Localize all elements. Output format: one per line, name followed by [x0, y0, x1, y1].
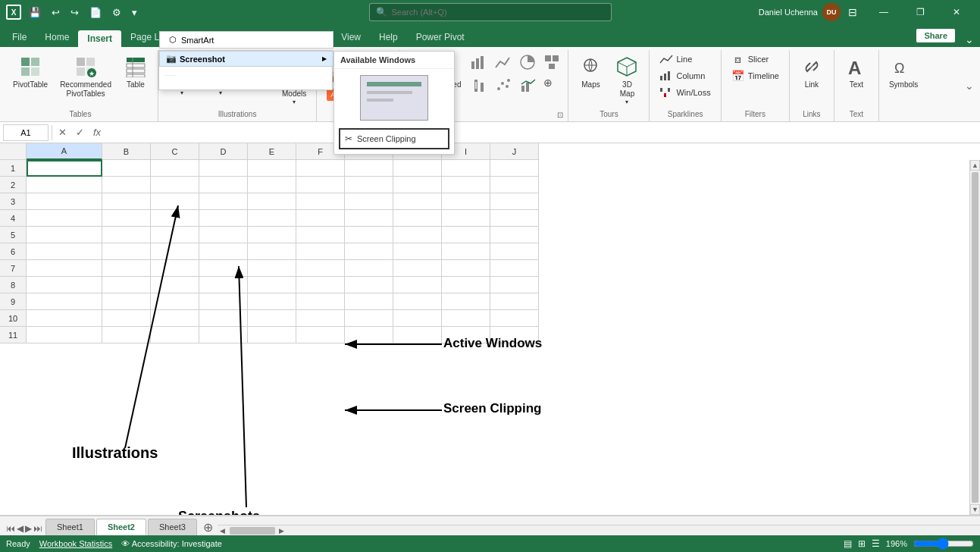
- cell-i6[interactable]: [442, 243, 490, 260]
- row-header-2[interactable]: 2: [0, 177, 27, 193]
- cell-b5[interactable]: [102, 227, 151, 243]
- undo-button[interactable]: ↩: [49, 5, 63, 20]
- formula-input[interactable]: [107, 124, 977, 141]
- cell-h7[interactable]: [393, 260, 442, 277]
- cell-j1[interactable]: [490, 160, 539, 177]
- cell-a11[interactable]: [27, 327, 102, 343]
- cell-j10[interactable]: [490, 310, 539, 327]
- smartart-menu-item[interactable]: ⬡ SmartArt: [160, 32, 333, 48]
- cell-b7[interactable]: [102, 260, 151, 277]
- workbook-stats-link[interactable]: Workbook Statistics: [39, 539, 112, 548]
- cell-d6[interactable]: [199, 243, 248, 260]
- pivot-table-button[interactable]: PivotTable: [8, 52, 53, 93]
- ribbon-expand-button[interactable]: ⌄: [962, 32, 977, 47]
- cell-f9[interactable]: [296, 293, 345, 310]
- sheet-nav-prev-button[interactable]: ◀: [17, 523, 23, 534]
- cell-d2[interactable]: [199, 177, 248, 193]
- bar-chart-button[interactable]: [468, 52, 490, 73]
- cell-c1[interactable]: [151, 160, 199, 177]
- cell-b10[interactable]: [102, 310, 151, 327]
- search-input[interactable]: [392, 8, 605, 17]
- cell-j2[interactable]: [490, 177, 539, 193]
- sheet-nav-last-button[interactable]: ⏭: [33, 523, 42, 534]
- sheet-tab-sheet1[interactable]: Sheet1: [45, 519, 95, 535]
- cell-b8[interactable]: [102, 277, 151, 293]
- cell-g8[interactable]: [345, 277, 393, 293]
- row-header-3[interactable]: 3: [0, 193, 27, 210]
- cell-i8[interactable]: [442, 277, 490, 293]
- stat-chart-button[interactable]: [468, 74, 490, 96]
- share-button[interactable]: Share: [916, 28, 956, 43]
- cell-g3[interactable]: [345, 193, 393, 210]
- cell-g10[interactable]: [345, 310, 393, 327]
- cell-d3[interactable]: [199, 193, 248, 210]
- cell-e4[interactable]: [248, 210, 296, 227]
- slicer-button[interactable]: ⧈ Slicer: [726, 52, 775, 67]
- cell-a9[interactable]: [27, 293, 102, 310]
- cell-c10[interactable]: [151, 310, 199, 327]
- screen-clipping-button[interactable]: ✂ Screen Clipping: [339, 128, 449, 149]
- cell-i7[interactable]: [442, 260, 490, 277]
- cell-c7[interactable]: [151, 260, 199, 277]
- cell-b2[interactable]: [102, 177, 151, 193]
- pie-chart-button[interactable]: [516, 52, 539, 73]
- cell-g1[interactable]: [345, 160, 393, 177]
- column-sparkline-button[interactable]: Column: [654, 68, 710, 83]
- cell-a7[interactable]: [27, 260, 102, 277]
- cell-g11[interactable]: [345, 327, 393, 343]
- col-header-d[interactable]: D: [199, 143, 248, 160]
- text-button[interactable]: A Text: [839, 52, 874, 93]
- cell-b9[interactable]: [102, 293, 151, 310]
- cell-h5[interactable]: [393, 227, 442, 243]
- line-chart-button[interactable]: [492, 52, 515, 73]
- close-button[interactable]: ✕: [939, 0, 974, 24]
- cell-a4[interactable]: [27, 210, 102, 227]
- tab-file[interactable]: File: [3, 29, 36, 47]
- normal-view-button[interactable]: ▤: [844, 538, 852, 549]
- cell-f8[interactable]: [296, 277, 345, 293]
- row-header-10[interactable]: 10: [0, 310, 27, 327]
- maps-button[interactable]: Maps: [573, 52, 608, 93]
- sheet-nav-next-button[interactable]: ▶: [25, 523, 32, 534]
- cell-d10[interactable]: [199, 310, 248, 327]
- cell-c6[interactable]: [151, 243, 199, 260]
- new-file-button[interactable]: 📄: [86, 5, 105, 20]
- cell-f4[interactable]: [296, 210, 345, 227]
- screenshot-menu-item[interactable]: 📷 Screenshot ▸: [159, 51, 333, 67]
- cell-f1[interactable]: [296, 160, 345, 177]
- cell-d1[interactable]: [199, 160, 248, 177]
- cell-b4[interactable]: [102, 210, 151, 227]
- cell-f7[interactable]: [296, 260, 345, 277]
- cell-f10[interactable]: [296, 310, 345, 327]
- cell-f11[interactable]: [296, 327, 345, 343]
- cell-a3[interactable]: [27, 193, 102, 210]
- charts-expand-button[interactable]: ⊡: [557, 111, 563, 119]
- row-header-11[interactable]: 11: [0, 327, 27, 343]
- add-sheet-button[interactable]: ⊕: [199, 519, 218, 535]
- redo-button[interactable]: ↪: [67, 5, 82, 20]
- cell-e10[interactable]: [248, 310, 296, 327]
- cell-a10[interactable]: [27, 310, 102, 327]
- cell-i5[interactable]: [442, 227, 490, 243]
- cell-f5[interactable]: [296, 227, 345, 243]
- insert-function-button[interactable]: fx: [90, 125, 104, 140]
- cancel-formula-button[interactable]: ✕: [55, 125, 70, 140]
- cell-j11[interactable]: [490, 327, 539, 343]
- accessibility-link[interactable]: 👁 Accessibility: Investigate: [121, 539, 222, 548]
- cell-a2[interactable]: [27, 177, 102, 193]
- col-header-e[interactable]: E: [248, 143, 296, 160]
- cell-e3[interactable]: [248, 193, 296, 210]
- col-header-b[interactable]: B: [102, 143, 151, 160]
- cell-j3[interactable]: [490, 193, 539, 210]
- cell-j8[interactable]: [490, 277, 539, 293]
- cell-b6[interactable]: [102, 243, 151, 260]
- hierarchy-chart-button[interactable]: [540, 52, 563, 73]
- h-scroll-left-button[interactable]: ◀: [218, 525, 228, 536]
- cell-j6[interactable]: [490, 243, 539, 260]
- 3d-map-button[interactable]: 3DMap ▾: [609, 52, 644, 108]
- cell-b1[interactable]: [102, 160, 151, 177]
- cell-h10[interactable]: [393, 310, 442, 327]
- tab-home[interactable]: Home: [36, 29, 78, 47]
- cell-f6[interactable]: [296, 243, 345, 260]
- cell-h2[interactable]: [393, 177, 442, 193]
